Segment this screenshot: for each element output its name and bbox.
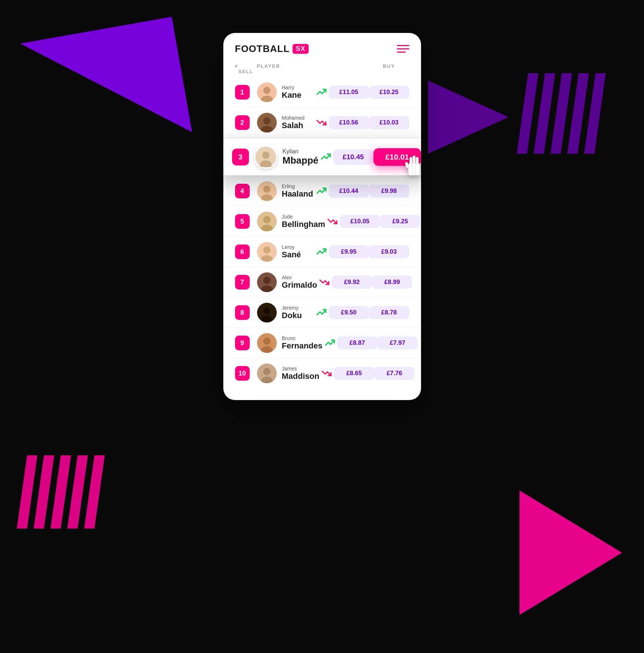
table-header: # PLAYER BUY SELL: [223, 63, 421, 74]
svg-marker-1: [520, 490, 622, 615]
featured-player-info: Kylian Mbappé: [254, 145, 319, 169]
player-info-0: Harry Kane: [257, 82, 314, 102]
player-avatar-7: [257, 303, 277, 322]
trend-9: [319, 368, 334, 378]
player-avatar-8: [257, 333, 277, 353]
rank-badge-5: 5: [235, 214, 250, 229]
sell-price-3[interactable]: £9.98: [369, 184, 409, 198]
player-first-name-5: Leroy: [282, 244, 301, 250]
featured-rank: 3: [232, 149, 254, 165]
featured-card[interactable]: 3 Kylian Mbappé £10.45 £10.01: [223, 139, 421, 175]
player-row[interactable]: 2 Mohamed Salah £10.56 £10.03: [223, 108, 421, 138]
player-last-name-5: Sané: [282, 250, 301, 260]
buy-price-9[interactable]: £8.65: [334, 367, 374, 380]
triangle-pink-right: [520, 490, 622, 616]
hamburger-menu-button[interactable]: [397, 45, 409, 53]
trend-8: [323, 338, 337, 348]
player-name-block-6: Alex Grimaldo: [282, 275, 317, 290]
stripes-bottom-left: [22, 455, 100, 529]
col-buy: BUY: [369, 63, 409, 69]
sell-price-8[interactable]: £7.97: [377, 336, 418, 350]
stripe-pink-2: [34, 455, 54, 529]
player-row[interactable]: 8 Jeremy Doku £9.50 £8.78: [223, 298, 421, 328]
trend-6: [317, 277, 332, 287]
svg-rect-13: [413, 156, 415, 164]
buy-price-4[interactable]: £10.05: [340, 215, 380, 228]
player-avatar-3: [257, 181, 277, 201]
featured-trend: [319, 152, 333, 162]
trend-5: [314, 247, 329, 257]
triangle-arrow-right: [428, 81, 509, 155]
player-first-name-9: James: [282, 366, 320, 372]
player-last-name-1: Salah: [282, 121, 305, 130]
sell-price-0[interactable]: £10.25: [369, 86, 409, 99]
player-info-6: Alex Grimaldo: [257, 272, 317, 292]
svg-rect-14: [416, 157, 418, 164]
trend-7: [314, 307, 329, 318]
svg-point-37: [263, 368, 271, 375]
stripe-bar-2: [534, 73, 555, 154]
sell-price-5[interactable]: £9.03: [369, 245, 409, 258]
featured-player-row[interactable]: 3 Kylian Mbappé £10.45 £10.01: [223, 137, 421, 178]
player-name-block-0: Harry Kane: [282, 85, 302, 100]
player-info-1: Mohamed Salah: [257, 113, 314, 133]
player-row[interactable]: 7 Alex Grimaldo £9.92 £8.99: [223, 267, 421, 298]
player-first-name-1: Mohamed: [282, 115, 305, 121]
buy-price-8[interactable]: £8.87: [337, 336, 377, 350]
player-row[interactable]: 10 James Maddison £8.65 £7.76: [223, 358, 421, 388]
logo: FOOTBALL SX: [235, 43, 309, 55]
player-row[interactable]: 9 Bruno Fernandes £8.87 £7.97: [223, 328, 421, 358]
trend-1: [314, 117, 329, 128]
rank-container: 10: [235, 366, 257, 381]
rank-container: 8: [235, 305, 257, 320]
buy-price-3[interactable]: £10.44: [329, 184, 369, 198]
player-last-name-8: Fernandes: [282, 341, 323, 351]
svg-point-9: [262, 152, 269, 159]
buy-price-5[interactable]: £9.95: [329, 245, 369, 258]
rank-badge-6: 6: [235, 245, 250, 259]
stripe-bar-1: [517, 73, 539, 154]
player-last-name-3: Haaland: [282, 189, 313, 199]
player-last-name-6: Grimaldo: [282, 280, 317, 290]
featured-buy-price[interactable]: £10.45: [333, 149, 373, 165]
player-last-name-7: Doku: [282, 311, 302, 320]
player-avatar-5: [257, 242, 277, 262]
player-first-name-4: Jude: [282, 214, 325, 220]
sell-price-4[interactable]: £9.25: [380, 215, 420, 228]
stripe-pink-5: [84, 455, 105, 529]
player-avatar-0: [257, 82, 277, 102]
trend-3: [314, 186, 329, 196]
buy-price-6[interactable]: £9.92: [332, 276, 372, 289]
logo-text: FOOTBALL: [235, 43, 290, 55]
rank-badge-8: 8: [235, 305, 250, 320]
buy-price-0[interactable]: £11.05: [329, 86, 369, 99]
stripe-pink-4: [67, 455, 88, 529]
sell-price-9[interactable]: £7.76: [374, 367, 414, 380]
rank-badge-4: 4: [235, 184, 250, 198]
col-sell: SELL: [235, 69, 257, 74]
player-name-block-1: Mohamed Salah: [282, 115, 305, 130]
featured-first-name: Kylian: [283, 148, 319, 155]
stripes-top-right: [522, 73, 600, 154]
player-last-name-4: Bellingham: [282, 220, 325, 229]
player-avatar-1: [257, 113, 277, 133]
rank-badge-7: 7: [235, 275, 250, 290]
sell-price-6[interactable]: £8.99: [372, 276, 412, 289]
player-row[interactable]: 5 Jude Bellingham £10.05 £9.25: [223, 206, 421, 237]
buy-price-1[interactable]: £10.56: [329, 116, 369, 129]
sell-price-7[interactable]: £8.78: [369, 306, 409, 319]
player-info-3: Erling Haaland: [257, 181, 314, 201]
sell-price-1[interactable]: £10.03: [369, 116, 409, 129]
buy-price-7[interactable]: £9.50: [329, 306, 369, 319]
rank-badge-2: 2: [235, 115, 250, 130]
stripe-bar-4: [567, 73, 589, 154]
svg-point-3: [263, 87, 271, 94]
col-hash: #: [235, 63, 257, 69]
player-first-name-3: Erling: [282, 183, 313, 189]
player-row[interactable]: 1 Harry Kane £11.05 £10.25: [223, 77, 421, 108]
stripe-bar-3: [551, 73, 572, 154]
player-row[interactable]: 4 Erling Haaland £10.44 £9.98: [223, 176, 421, 206]
player-row[interactable]: 6 Leroy Sané £9.95 £9.03: [223, 237, 421, 267]
svg-rect-15: [405, 162, 409, 168]
main-card-container: FOOTBALL SX # PLAYER BUY SELL 1: [223, 33, 421, 400]
